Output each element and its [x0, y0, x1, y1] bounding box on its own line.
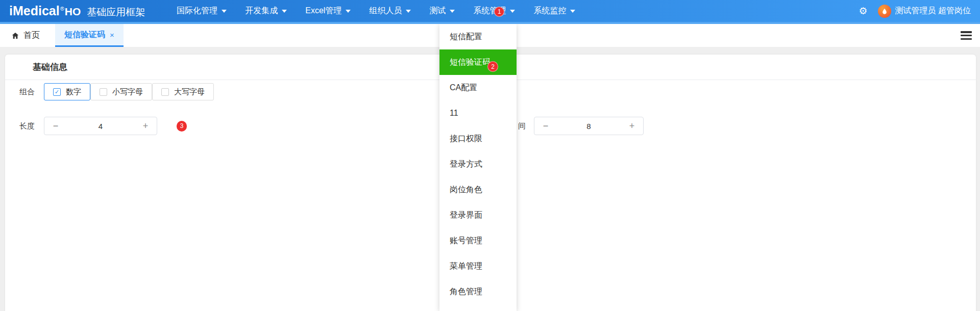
checkbox-digits[interactable]: ✓ 数字 [44, 83, 90, 100]
dropdown-item-label: 11 [450, 109, 458, 117]
dropdown-item-label: 登录界面 [450, 211, 482, 219]
valid-time-value[interactable]: 8 [557, 122, 621, 131]
dropdown-item-label: 菜单管理 [450, 262, 482, 270]
app-title: 基础应用框架 [87, 6, 145, 19]
top-navbar: iMedical ® HO 基础应用框架 国际化管理 开发集成 Excel管理 … [0, 0, 980, 24]
menu-label: 国际化管理 [177, 6, 217, 16]
caret-down-icon [450, 10, 455, 13]
caret-down-icon [282, 10, 287, 13]
menu-org-personnel[interactable]: 组织人员 [369, 6, 411, 16]
caret-down-icon [222, 10, 227, 13]
dropdown-item-label: 角色管理 [450, 287, 482, 296]
menu-excel[interactable]: Excel管理 [305, 6, 351, 16]
dropdown-item-menu-management[interactable]: 菜单管理 [439, 253, 517, 279]
dropdown-item-post-role[interactable]: 岗位角色 [439, 177, 517, 202]
checkbox-checked-icon[interactable]: ✓ [53, 88, 61, 96]
minus-icon[interactable]: − [44, 121, 67, 132]
menu-label: Excel管理 [305, 6, 341, 16]
navbar-right: ⚙ 测试管理员 超管岗位 [859, 5, 971, 18]
combo-row: 组合 ✓ 数字 小写字母 大写字母 [19, 83, 214, 100]
length-label: 长度 [19, 121, 35, 131]
menu-label: 组织人员 [369, 6, 402, 16]
notification-badge: 2 [487, 61, 498, 72]
main-menu: 国际化管理 开发集成 Excel管理 组织人员 测试 系统管理 1 系统监控 [177, 6, 575, 16]
home-icon [11, 32, 19, 40]
menu-test[interactable]: 测试 [429, 6, 455, 16]
length-stepper: − 4 + [44, 117, 157, 135]
valid-time-stepper: − 8 + [534, 117, 644, 135]
count-badge: 3 [177, 121, 187, 132]
dropdown-item-sms-config[interactable]: 短信配置 [439, 24, 517, 49]
logo-ho: HO [65, 6, 81, 18]
length-row: 长度 − 4 + 3 [19, 117, 187, 135]
home-label: 首页 [23, 30, 40, 41]
dropdown-item-login-method[interactable]: 登录方式 [439, 151, 517, 177]
system-management-dropdown: 短信配置 短信验证码 2 CA配置 11 接口权限 登录方式 岗位角色 登录界面… [439, 24, 517, 311]
dropdown-item-sms-captcha[interactable]: 短信验证码 2 [439, 49, 517, 75]
dropdown-item-label: 账号管理 [450, 236, 482, 245]
app-logo[interactable]: iMedical ® HO 基础应用框架 [9, 4, 145, 19]
flame-icon [881, 8, 888, 15]
dropdown-item-label: 短信配置 [450, 32, 482, 41]
dropdown-item-label: 接口权限 [450, 134, 482, 143]
checkbox-label: 大写字母 [174, 87, 205, 97]
checkbox-uppercase[interactable]: 大写字母 [152, 83, 214, 100]
length-value[interactable]: 4 [67, 122, 134, 131]
menu-system-monitor[interactable]: 系统监控 [533, 6, 575, 16]
valid-time-row: 间 − 8 + [518, 117, 644, 135]
menu-system-management[interactable]: 系统管理 1 [473, 6, 515, 16]
hamburger-menu-icon[interactable] [961, 31, 972, 40]
tab-sms-captcha[interactable]: 短信验证码 × [55, 24, 124, 47]
caret-down-icon [570, 10, 575, 13]
checkbox-unchecked-icon[interactable] [100, 88, 107, 96]
dropdown-item-label: CA配置 [450, 83, 477, 92]
avatar [878, 5, 891, 18]
dropdown-item-account-management[interactable]: 账号管理 [439, 228, 517, 253]
logo-brand: iMedical [9, 4, 60, 18]
menu-i18n[interactable]: 国际化管理 [177, 6, 227, 16]
dropdown-item-label: 登录方式 [450, 160, 482, 168]
checkbox-unchecked-icon[interactable] [161, 88, 169, 96]
menu-label: 系统监控 [533, 6, 566, 16]
dropdown-item-api-permission[interactable]: 接口权限 [439, 126, 517, 151]
menu-dev-integration[interactable]: 开发集成 [245, 6, 287, 16]
user-menu[interactable]: 测试管理员 超管岗位 [878, 5, 971, 18]
caret-down-icon [406, 10, 411, 13]
registered-mark: ® [60, 6, 64, 12]
gear-icon[interactable]: ⚙ [859, 6, 868, 16]
checkbox-lowercase[interactable]: 小写字母 [90, 83, 152, 100]
user-name: 测试管理员 超管岗位 [895, 6, 971, 16]
combo-label: 组合 [19, 87, 35, 97]
dropdown-item-login-ui[interactable]: 登录界面 [439, 202, 517, 228]
plus-icon[interactable]: + [134, 121, 157, 132]
caret-down-icon [510, 10, 515, 13]
tab-home[interactable]: 首页 [0, 24, 51, 47]
minus-icon[interactable]: − [534, 121, 557, 132]
checkbox-label: 数字 [66, 87, 81, 97]
menu-label: 测试 [429, 6, 446, 16]
close-icon[interactable]: × [110, 31, 114, 39]
caret-down-icon [346, 10, 351, 13]
menu-label: 开发集成 [245, 6, 278, 16]
dropdown-item-11[interactable]: 11 [439, 100, 517, 126]
dropdown-item-role-management[interactable]: 角色管理 [439, 279, 517, 304]
plus-icon[interactable]: + [621, 121, 643, 132]
valid-time-label: 间 [518, 121, 526, 131]
checkbox-label: 小写字母 [112, 87, 143, 97]
dropdown-item-label: 岗位角色 [450, 185, 482, 194]
tab-label: 短信验证码 [64, 30, 105, 40]
dropdown-item-label: 短信验证码 [450, 58, 491, 66]
dropdown-item-ca-config[interactable]: CA配置 [439, 75, 517, 100]
